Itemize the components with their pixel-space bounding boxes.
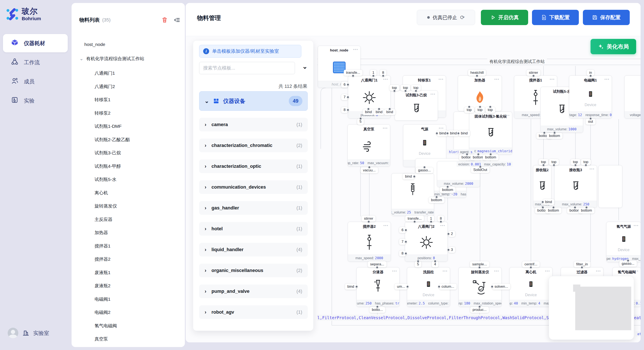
category-row-liquid_handler[interactable]: ›liquid_handler(4) bbox=[199, 243, 308, 256]
port-handle-icon[interactable] bbox=[574, 164, 577, 167]
port-chip-gasso[interactable]: gasso... bbox=[619, 261, 637, 267]
canvas-node-氢气气源[interactable]: 氢气气源•••Device_type: hydrogenmax_pre bbox=[606, 222, 640, 262]
port-chip-bind[interactable]: bind bbox=[384, 109, 396, 115]
sidebar-lab-label[interactable]: 实验室 bbox=[33, 330, 49, 337]
tree-item[interactable]: 试剂瓶5-水 bbox=[94, 176, 116, 182]
port-handle-icon[interactable] bbox=[388, 108, 391, 110]
port-chip-transfe[interactable]: transfe... bbox=[405, 216, 424, 222]
tree-item[interactable]: 离心机 bbox=[94, 190, 108, 196]
canvas-node-电磁阀1[interactable]: 电磁阀1•••Devicevoltage: 12response_time: 0… bbox=[569, 75, 612, 118]
node-menu-icon[interactable]: ••• bbox=[545, 269, 550, 273]
canvas-node-搅拌器2[interactable]: 搅拌器2•••max_speed: 2000 bbox=[348, 222, 391, 262]
refresh-icon[interactable]: ⟳ bbox=[460, 14, 465, 21]
port-handle-icon[interactable] bbox=[417, 260, 420, 263]
tree-item[interactable]: 试剂瓶2-乙酸乙酯 bbox=[94, 137, 130, 143]
port-chip-6[interactable]: 6 bbox=[399, 227, 406, 233]
port-handle-icon[interactable] bbox=[589, 117, 592, 120]
port-chip-1[interactable]: 1 bbox=[428, 216, 434, 222]
port-chip-6[interactable]: 6 bbox=[341, 82, 348, 88]
tree-item[interactable]: 真空泵 bbox=[94, 336, 108, 342]
port-handle-icon[interactable] bbox=[355, 285, 358, 288]
port-chip-top[interactable]: top bbox=[538, 159, 548, 165]
tree-item[interactable]: 试剂瓶3-己烷 bbox=[94, 150, 121, 156]
node-menu-icon[interactable]: ••• bbox=[505, 113, 510, 118]
port-chip-top[interactable]: top bbox=[411, 85, 421, 91]
tree-item[interactable]: 废液瓶1 bbox=[94, 270, 110, 276]
port-handle-icon[interactable] bbox=[359, 117, 362, 120]
node-menu-icon[interactable]: ••• bbox=[353, 47, 358, 52]
port-handle-icon[interactable] bbox=[478, 305, 481, 308]
port-chip-top[interactable]: top bbox=[570, 159, 580, 165]
port-handle-icon[interactable] bbox=[446, 185, 449, 188]
port-chip-bind[interactable]: bind bbox=[458, 130, 470, 136]
port-handle-icon[interactable] bbox=[376, 266, 379, 269]
port-handle-icon[interactable] bbox=[457, 132, 460, 135]
port-chip-7[interactable]: 7 bbox=[399, 239, 406, 245]
port-handle-icon[interactable] bbox=[446, 132, 449, 135]
port-handle-icon[interactable] bbox=[552, 164, 555, 167]
node-menu-icon[interactable]: ••• bbox=[439, 126, 444, 130]
category-row-camera[interactable]: ›camera(1) bbox=[199, 118, 308, 131]
download-config-button[interactable]: 下载配置 bbox=[532, 10, 579, 25]
node-menu-icon[interactable]: ••• bbox=[440, 223, 445, 228]
category-row-gas_handler[interactable]: ›gas_handler(1) bbox=[199, 201, 308, 215]
port-handle-icon[interactable] bbox=[542, 164, 545, 167]
port-chip-botto[interactable]: botto... bbox=[370, 307, 385, 313]
port-handle-icon[interactable] bbox=[376, 305, 379, 308]
port-chip-bottom[interactable]: bottom bbox=[429, 197, 444, 203]
tree-item[interactable]: 电磁阀2 bbox=[94, 309, 110, 315]
port-chip-5[interactable]: 5 bbox=[357, 119, 364, 125]
port-handle-icon[interactable] bbox=[532, 74, 535, 77]
port-handle-icon[interactable] bbox=[406, 285, 409, 288]
port-chip-SolidOut[interactable]: SolidOut bbox=[471, 167, 490, 173]
node-menu-icon[interactable]: ••• bbox=[634, 223, 639, 228]
tree-item-workstation[interactable]: ⌄有机化学流程综合测试工作站 bbox=[80, 56, 144, 62]
port-handle-icon[interactable] bbox=[347, 109, 350, 111]
tree-item[interactable]: 试剂瓶1-DMF bbox=[94, 123, 122, 129]
port-chip-stirrer[interactable]: stirrer bbox=[526, 70, 540, 76]
port-handle-icon[interactable] bbox=[584, 164, 587, 167]
port-handle-icon[interactable] bbox=[438, 285, 440, 288]
sidebar-item-实验[interactable]: 实验 bbox=[3, 91, 68, 110]
port-handle-icon[interactable] bbox=[368, 166, 370, 169]
port-handle-icon[interactable] bbox=[491, 285, 494, 288]
port-handle-icon[interactable] bbox=[382, 74, 384, 77]
canvas-node-离心机[interactable]: 离心机•••Devicetemp: 40min_temp: 4max_spe bbox=[510, 267, 552, 307]
canvas-node-固体试剂瓶3-氯化镁[interactable]: 固体试剂瓶3-氯化镁•••agent: magnesium_chloride bbox=[469, 112, 512, 155]
port-handle-icon[interactable] bbox=[367, 220, 370, 223]
port-chip-8[interactable]: 8 bbox=[399, 250, 406, 256]
port-chip-8[interactable]: 8 bbox=[341, 107, 348, 113]
node-menu-icon[interactable]: ••• bbox=[494, 269, 499, 273]
port-chip-bottom[interactable]: bottom bbox=[578, 207, 594, 213]
tree-item[interactable]: 转移泵1 bbox=[94, 97, 110, 103]
port-handle-icon[interactable] bbox=[477, 153, 480, 156]
port-handle-icon[interactable] bbox=[347, 83, 350, 86]
tree-item-root[interactable]: host_node bbox=[84, 42, 105, 47]
sidebar-item-成员[interactable]: 成员 bbox=[3, 72, 68, 91]
port-handle-icon[interactable] bbox=[405, 240, 408, 243]
collapse-list-icon[interactable] bbox=[174, 17, 180, 23]
port-chip-top[interactable]: top bbox=[549, 159, 559, 165]
port-chip-centrif[interactable]: centrif... bbox=[522, 261, 540, 267]
avatar[interactable] bbox=[8, 328, 18, 338]
port-chip-bind[interactable]: bind bbox=[345, 284, 356, 290]
port-handle-icon[interactable] bbox=[372, 74, 375, 77]
port-chip-colum[interactable]: colum... bbox=[439, 284, 456, 290]
tree-item[interactable]: 废液瓶2 bbox=[94, 283, 110, 289]
category-row-pump_and_valve[interactable]: ›pump_and_valve(4) bbox=[199, 285, 308, 298]
minimap[interactable] bbox=[549, 276, 634, 340]
tree-item[interactable]: 转移泵2 bbox=[94, 110, 110, 116]
node-menu-icon[interactable]: ••• bbox=[604, 77, 610, 81]
port-chip-1[interactable]: 1 bbox=[370, 70, 376, 76]
port-handle-icon[interactable] bbox=[447, 249, 450, 251]
port-handle-icon[interactable] bbox=[476, 74, 478, 77]
canvas-node[interactable]: voltage: 12 bbox=[624, 75, 640, 118]
port-handle-icon[interactable] bbox=[352, 74, 354, 77]
port-handle-icon[interactable] bbox=[405, 252, 408, 255]
tree-item[interactable]: 八通阀门1 bbox=[94, 70, 115, 76]
port-handle-icon[interactable] bbox=[413, 220, 416, 223]
port-chip-top[interactable]: top bbox=[390, 85, 399, 91]
node-menu-icon[interactable]: ••• bbox=[634, 269, 639, 273]
port-chip-2[interactable]: 2 bbox=[448, 231, 455, 237]
port-handle-icon[interactable] bbox=[393, 90, 396, 92]
